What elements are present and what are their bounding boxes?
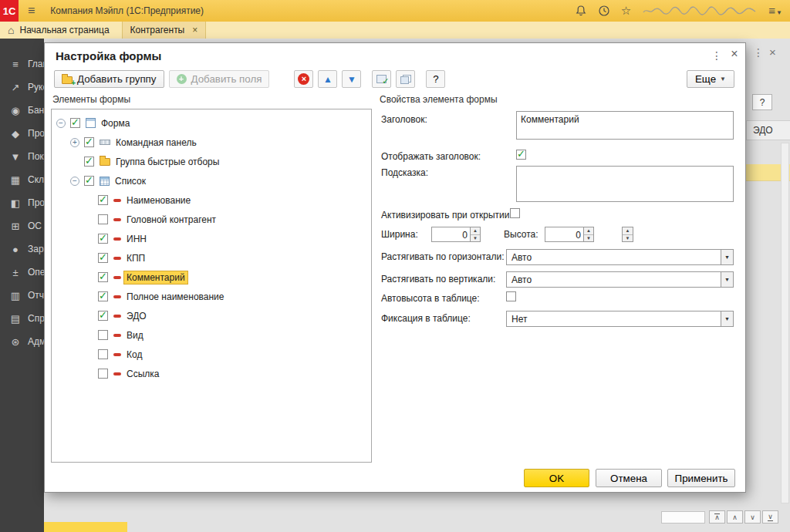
visibility-checkbox[interactable] xyxy=(98,311,108,321)
collapse-icon[interactable]: − xyxy=(70,177,79,186)
dropdown-arrow-icon[interactable]: ▼ xyxy=(721,311,733,326)
spinner-arrows-icon[interactable]: ▲▼ xyxy=(470,227,480,241)
visibility-checkbox[interactable] xyxy=(98,234,108,244)
dialog-close-icon[interactable]: × xyxy=(728,47,741,61)
visibility-checkbox[interactable] xyxy=(98,330,108,340)
tree-item[interactable]: Наименование xyxy=(52,190,371,210)
visibility-checkbox[interactable] xyxy=(84,157,94,167)
background-help-button[interactable]: ? xyxy=(752,94,772,110)
visibility-checkbox[interactable] xyxy=(98,214,108,224)
collapse-icon[interactable]: − xyxy=(56,119,66,128)
show-header-checkbox[interactable] xyxy=(516,150,526,160)
dropdown-arrow-icon[interactable]: ▼ xyxy=(721,272,733,287)
expand-icon[interactable]: + xyxy=(70,138,79,147)
sidebar-item[interactable]: ⊛Администрирование xyxy=(0,330,44,353)
sidebar-item[interactable]: ±Операции xyxy=(0,261,44,284)
background-close-icon[interactable]: × xyxy=(769,45,776,59)
background-kebab-icon[interactable]: ⋮ xyxy=(753,46,764,59)
width-spinner[interactable]: 0 ▲▼ xyxy=(431,227,481,242)
tab-home[interactable]: ⌂ Начальная страница xyxy=(0,22,122,39)
scroll-to-bottom-button[interactable]: ∨ xyxy=(762,510,778,524)
tree-item[interactable]: ИНН xyxy=(52,229,371,248)
tree-item[interactable]: Ссылка xyxy=(52,364,371,383)
visibility-checkbox[interactable] xyxy=(98,253,108,263)
background-vertical-scrollbar[interactable] xyxy=(781,143,789,503)
fixation-select[interactable]: Нет ▼ xyxy=(506,311,734,327)
header-input[interactable]: Комментарий xyxy=(516,111,734,140)
visibility-checkbox[interactable] xyxy=(98,291,108,301)
sidebar-item[interactable]: ◉Банк и касса xyxy=(0,99,44,122)
width-value[interactable]: 0 xyxy=(432,227,470,241)
tab-kontragenty[interactable]: Контрагенты × xyxy=(122,22,207,39)
sidebar-item[interactable]: ▤Справочники xyxy=(0,307,44,330)
stretch-horizontal-select[interactable]: Авто ▼ xyxy=(506,249,734,265)
apply-button[interactable]: Применить xyxy=(667,469,735,487)
visibility-checkbox[interactable] xyxy=(84,176,94,186)
tree-item[interactable]: Группа быстрые отборы xyxy=(52,152,371,171)
visibility-checkbox[interactable] xyxy=(98,195,108,205)
sidebar-item[interactable]: ▥Отчеты xyxy=(0,284,44,307)
autoheight-checkbox[interactable] xyxy=(506,291,516,301)
visibility-checkbox[interactable] xyxy=(70,118,80,128)
notifications-icon[interactable] xyxy=(575,5,587,17)
extra-spinner[interactable]: ▲▼ xyxy=(622,227,633,242)
service-menu-icon[interactable]: ≡▼ xyxy=(768,5,782,16)
arrow-up-icon: ▲ xyxy=(323,75,333,84)
tree-item[interactable]: Головной контрагент xyxy=(52,210,371,229)
scroll-down-button[interactable]: ∨ xyxy=(744,510,761,524)
stretch-vertical-select[interactable]: Авто ▼ xyxy=(506,271,734,288)
property-label-height: Высота: xyxy=(504,229,538,240)
scroll-to-top-button[interactable]: ∧ xyxy=(709,510,725,524)
move-up-button[interactable]: ▲ xyxy=(318,70,337,88)
add-fields-button[interactable]: + Добавить поля xyxy=(169,70,270,88)
tree-item[interactable]: Вид xyxy=(52,325,371,345)
height-value[interactable]: 0 xyxy=(545,227,583,241)
visibility-checkbox[interactable] xyxy=(84,137,94,147)
more-button[interactable]: Еще ▼ xyxy=(687,70,734,88)
visibility-checkbox[interactable] xyxy=(98,349,108,359)
apply-check-button[interactable] xyxy=(372,70,391,88)
sidebar-item[interactable]: ▦Склад xyxy=(0,168,44,191)
sidebar-item[interactable]: ◆Продажи xyxy=(0,122,44,145)
visibility-checkbox[interactable] xyxy=(98,272,108,282)
field-icon xyxy=(113,295,121,298)
sidebar-item[interactable]: ⊞ОС и НМА xyxy=(0,214,44,237)
ok-button[interactable]: OK xyxy=(524,469,589,487)
windows-icon xyxy=(400,75,411,84)
visibility-checkbox[interactable] xyxy=(98,369,108,379)
activate-checkbox[interactable] xyxy=(510,208,520,218)
move-down-button[interactable]: ▼ xyxy=(342,70,361,88)
tree-item[interactable]: КПП xyxy=(52,248,371,268)
tab-close-icon[interactable]: × xyxy=(192,25,198,35)
delete-button[interactable]: × xyxy=(294,70,313,88)
tree-item[interactable]: Полное наименование xyxy=(52,287,371,306)
height-spinner[interactable]: 0 ▲▼ xyxy=(545,227,594,242)
help-button[interactable]: ? xyxy=(426,70,445,88)
form-elements-title: Элементы формы xyxy=(52,94,130,105)
tree-item[interactable]: ЭДО xyxy=(52,306,371,325)
main-menu-icon[interactable]: ≡ xyxy=(28,4,35,18)
scroll-up-button[interactable]: ∧ xyxy=(727,510,743,524)
background-column-header-edo[interactable]: ЭДО xyxy=(746,120,790,140)
sidebar-item[interactable]: ●Зарплата и кадры xyxy=(0,237,44,261)
tooltip-input[interactable] xyxy=(516,166,734,202)
tree-item[interactable]: +Командная панель xyxy=(52,133,371,152)
favorites-icon[interactable]: ☆ xyxy=(621,5,631,17)
copy-settings-button[interactable] xyxy=(396,70,415,88)
sidebar-item[interactable]: ↗Руководителю xyxy=(0,76,44,99)
sidebar-item[interactable]: ◧Производство xyxy=(0,191,44,214)
spinner-arrows-icon[interactable]: ▲▼ xyxy=(583,227,593,241)
history-icon[interactable] xyxy=(598,5,610,17)
background-horizontal-scroll-thumb[interactable] xyxy=(661,511,705,524)
sidebar-item[interactable]: ▼Покупки xyxy=(0,145,44,168)
tree-item[interactable]: Комментарий xyxy=(52,268,371,287)
dialog-menu-icon[interactable]: ⋮ xyxy=(711,49,722,62)
sidebar-item[interactable]: ≡Главное xyxy=(0,52,44,76)
tree-item[interactable]: −Список xyxy=(52,171,371,190)
add-group-button[interactable]: + Добавить группу xyxy=(54,70,164,88)
cancel-button[interactable]: Отмена xyxy=(596,469,662,487)
dropdown-arrow-icon[interactable]: ▼ xyxy=(721,250,733,264)
tree-item[interactable]: −Форма xyxy=(52,113,371,133)
tree-item[interactable]: Код xyxy=(52,345,371,364)
checklist-icon xyxy=(376,75,387,83)
